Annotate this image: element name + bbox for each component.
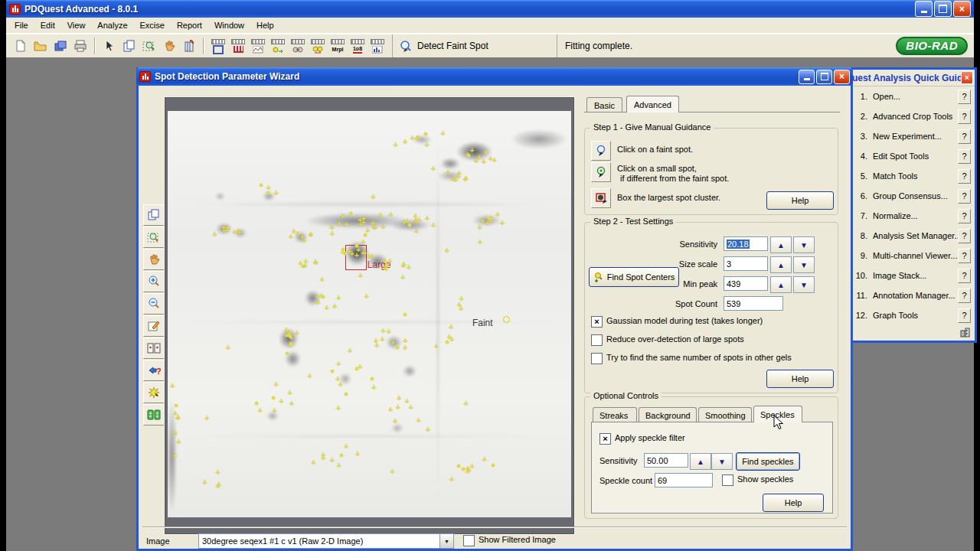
tab-advanced[interactable]: Advanced <box>626 96 679 112</box>
pointer-tool-icon[interactable] <box>100 37 119 55</box>
print-icon[interactable] <box>71 37 90 55</box>
find-spot-centers-button[interactable]: Find Spot Centers <box>589 267 679 287</box>
quick-guide-help-button[interactable]: ? <box>958 109 971 124</box>
minimize-button[interactable] <box>915 1 933 17</box>
box-cluster-button[interactable] <box>591 188 611 208</box>
close-button[interactable]: × <box>953 1 971 17</box>
sensitivity-up-button[interactable]: ▲ <box>770 236 792 253</box>
quick-guide-item[interactable]: 8.Analysis Set Manager...? <box>849 226 975 246</box>
wizard-close-button[interactable]: × <box>834 70 850 84</box>
wizard-dual-view-icon[interactable] <box>143 337 165 359</box>
gel-image[interactable]: Large Faint ++++++++++++++++++++++++++++… <box>168 111 571 517</box>
quick-guide-item[interactable]: 6.Group Consensus...? <box>849 186 975 206</box>
organizer-icon[interactable] <box>960 328 970 337</box>
menu-report[interactable]: Report <box>171 19 208 31</box>
find-speckles-button[interactable]: Find speckles <box>736 452 800 471</box>
quick-guide-help-button[interactable]: ? <box>958 129 971 144</box>
same-spot-count-checkbox[interactable]: Try to find the same number of spots in … <box>591 353 792 364</box>
menu-help[interactable]: Help <box>250 19 280 31</box>
step1-help-button[interactable]: Help <box>766 191 834 210</box>
min-peak-up-button[interactable]: ▲ <box>770 276 792 293</box>
menu-excise[interactable]: Excise <box>134 19 171 31</box>
click-faint-spot-button[interactable] <box>591 141 611 161</box>
min-peak-input[interactable]: 439 <box>724 276 768 291</box>
report-chart-tool-icon[interactable] <box>368 37 387 55</box>
quick-guide-help-button[interactable]: ? <box>958 229 971 243</box>
sensitivity-down-button[interactable]: ▼ <box>793 236 815 253</box>
tab-streaks[interactable]: Streaks <box>593 407 637 422</box>
mrp-tool-icon[interactable]: MrpI <box>328 37 347 55</box>
speckle-sensitivity-down-button[interactable]: ▼ <box>711 453 733 470</box>
quick-guide-help-button[interactable]: ? <box>958 308 971 323</box>
image-stack-tool-icon[interactable] <box>180 37 198 55</box>
quick-guide-item[interactable]: 4.Edit Spot Tools? <box>849 146 975 166</box>
wizard-zoom-in-icon[interactable] <box>143 271 165 292</box>
step2-help-button[interactable]: Help <box>766 370 834 388</box>
combo-dropdown-icon[interactable]: ▼ <box>439 534 453 548</box>
menu-edit[interactable]: Edit <box>34 19 61 31</box>
wizard-titlebar[interactable]: Spot Detection Parameter Wizard × <box>136 67 853 86</box>
reduce-overdetection-checkbox[interactable]: Reduce over-detection of large spots <box>591 334 744 346</box>
pan-hand-tool-icon[interactable] <box>160 37 178 55</box>
optional-help-button[interactable]: Help <box>763 494 824 512</box>
zoom-select-tool-icon[interactable] <box>140 37 158 55</box>
quick-guide-help-button[interactable]: ? <box>958 90 971 104</box>
quick-guide-item[interactable]: 5.Match Tools? <box>849 166 975 186</box>
quick-guide-item[interactable]: 11.Annotation Manager...? <box>849 285 975 305</box>
wizard-green-grid-icon[interactable] <box>143 404 165 425</box>
histogram-tool-icon[interactable] <box>249 37 267 55</box>
quick-guide-help-button[interactable]: ? <box>958 289 971 303</box>
size-scale-up-button[interactable]: ▲ <box>770 256 792 273</box>
sensitivity-input[interactable]: 20.18 <box>724 236 768 251</box>
quick-guide-help-button[interactable]: ? <box>958 269 971 283</box>
quick-guide-item[interactable]: 7.Normalize...? <box>849 206 975 226</box>
group-tool-icon[interactable] <box>309 37 327 55</box>
quick-guide-close-icon[interactable]: × <box>961 71 973 84</box>
wizard-spot-edit-icon[interactable] <box>143 382 165 403</box>
tab-smoothing[interactable]: Smoothing <box>698 407 752 422</box>
quick-guide-help-button[interactable]: ? <box>958 249 971 263</box>
size-scale-down-button[interactable]: ▼ <box>793 256 815 273</box>
menu-file[interactable]: File <box>8 19 34 31</box>
quick-guide-help-button[interactable]: ? <box>958 169 971 184</box>
quick-guide-item[interactable]: 10.Image Stack...? <box>849 266 975 285</box>
detect-faint-spot-button[interactable]: Detect Faint Spot <box>392 34 557 57</box>
image-combo[interactable]: 30degree seqex1 #1 c v1 (Raw 2-D Image) … <box>198 533 454 549</box>
menu-view[interactable]: View <box>61 19 92 31</box>
size-scale-input[interactable]: 3 <box>724 256 768 271</box>
menu-analyze[interactable]: Analyze <box>91 19 133 31</box>
speckle-sensitivity-input[interactable]: 50.00 <box>644 453 688 468</box>
save-stack-icon[interactable] <box>51 37 70 55</box>
quick-guide-help-button[interactable]: ? <box>958 189 971 204</box>
log-tool-icon[interactable]: 1o8 <box>348 37 367 55</box>
wizard-maximize-button[interactable] <box>816 70 832 84</box>
quick-guide-help-button[interactable]: ? <box>958 149 971 164</box>
quick-guide-item[interactable]: 12.Graph Tools? <box>849 305 975 325</box>
menu-window[interactable]: Window <box>208 19 250 31</box>
tab-basic[interactable]: Basic <box>586 97 622 112</box>
speckle-sensitivity-up-button[interactable]: ▲ <box>690 453 711 470</box>
show-speckles-checkbox[interactable]: Show speckles <box>722 474 793 486</box>
apply-speckle-filter-checkbox[interactable]: × Apply speckle filter <box>599 433 685 445</box>
new-document-icon[interactable] <box>11 37 30 55</box>
restore-button[interactable] <box>934 1 952 17</box>
wizard-zoom-select-icon[interactable] <box>143 227 165 248</box>
wizard-pages-tool-icon[interactable] <box>143 204 165 226</box>
quick-guide-item[interactable]: 9.Multi-channel Viewer...? <box>849 246 975 266</box>
wizard-pan-hand-icon[interactable] <box>143 249 165 270</box>
crop-tool-icon[interactable] <box>209 37 227 55</box>
quick-guide-item[interactable]: 3.New Experiment...? <box>849 126 975 146</box>
gaussian-model-checkbox[interactable]: × Gaussian model during test (takes long… <box>591 316 763 328</box>
match-tool-icon[interactable] <box>289 37 307 55</box>
click-small-spot-button[interactable] <box>591 162 611 182</box>
min-peak-down-button[interactable]: ▼ <box>793 276 815 293</box>
quick-guide-help-button[interactable]: ? <box>958 209 971 223</box>
open-folder-icon[interactable] <box>31 37 50 55</box>
pages-tool-icon[interactable] <box>120 37 139 55</box>
quick-guide-item[interactable]: 1.Open...? <box>849 86 975 106</box>
spot-detect-tool-icon[interactable] <box>269 37 287 55</box>
show-filtered-image-checkbox[interactable]: Show Filtered Image <box>463 535 556 546</box>
wizard-minimize-button[interactable] <box>799 70 815 84</box>
tab-background[interactable]: Background <box>639 407 697 422</box>
wizard-zoom-out-icon[interactable] <box>143 293 165 315</box>
